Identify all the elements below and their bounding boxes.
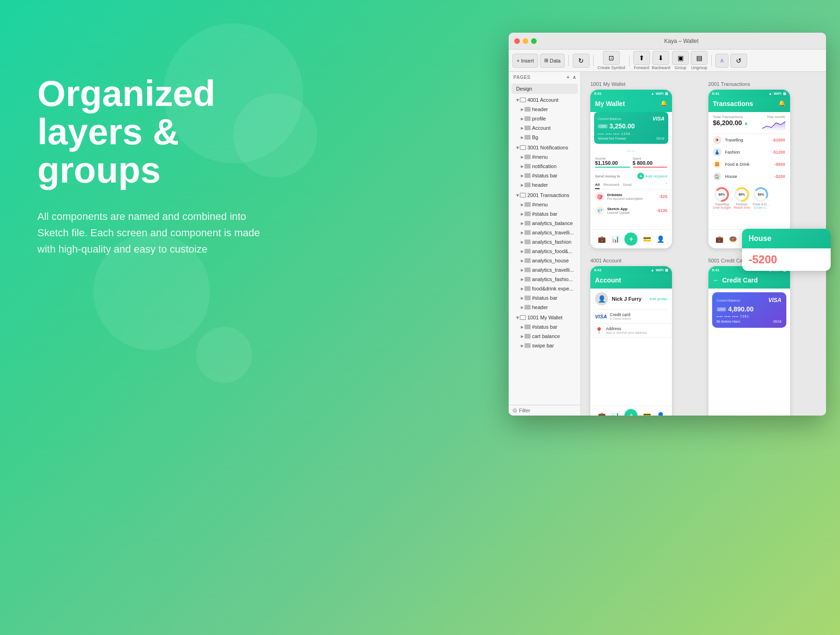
folder-icon [525, 164, 531, 169]
layer-profile[interactable]: ▶ profile [509, 114, 581, 123]
layer-swipe-bar[interactable]: ▶ swipe bar [509, 341, 581, 350]
layer-menu-1[interactable]: ▶ #menu [509, 152, 581, 162]
user-avatar: 👤 [595, 292, 608, 305]
artboard-icon [520, 98, 526, 102]
layer-bg[interactable]: ▶ Bg [509, 133, 581, 142]
card-nav-3[interactable]: 💳 [643, 412, 651, 416]
chevron-icon: ▶ [516, 99, 520, 101]
layer-account[interactable]: ▶ Account [509, 123, 581, 133]
chart-nav-2[interactable]: 🍩 [729, 235, 737, 243]
wallet-nav-icon[interactable]: 💼 [598, 235, 606, 243]
credit-card-detail[interactable]: VISA Credit card 4 Cards linked [590, 310, 672, 324]
folder-icon [525, 343, 531, 348]
chevron-icon: ▶ [521, 259, 524, 263]
bell-icon-txn: 🔔 [778, 100, 785, 106]
window-title: Kaya – Wallet [664, 38, 699, 44]
layer-analytics-travel-2[interactable]: ▶ analytics_travelli... [509, 265, 581, 275]
donut-food: 60% Food & D... Under c... [753, 186, 769, 209]
house-card-amount: -5200 [749, 253, 824, 266]
tab-all[interactable]: All [595, 181, 600, 189]
add-nav-3[interactable]: + [624, 409, 637, 416]
folder-icon [525, 305, 531, 310]
layer-status-bar-4[interactable]: ▶ #status bar [509, 322, 581, 332]
status-icons-txn: ▲WiFi◼ [769, 92, 786, 96]
insert-button[interactable]: + Insert [512, 54, 538, 68]
close-button[interactable] [514, 38, 520, 44]
profile-nav-3[interactable]: 👤 [657, 412, 665, 416]
add-page-button[interactable]: + [567, 75, 569, 80]
layer-cart-balance[interactable]: ▶ cart balance [509, 332, 581, 341]
chart-nav-icon[interactable]: 📊 [611, 235, 619, 243]
folder-icon [525, 249, 531, 254]
month-selector[interactable]: This month [762, 115, 785, 131]
card-pagination: — — [590, 147, 672, 154]
visa-logo-cc: VISA [768, 297, 781, 303]
address-detail[interactable]: 📍 Address Add or remove your address [590, 324, 672, 338]
txn-dribbble-info: Dribbble Pro account subscription [607, 193, 656, 200]
layer-header-3[interactable]: ▶ header [509, 303, 581, 312]
chevron-icon: ▶ [521, 135, 524, 140]
wallet-nav-3[interactable]: 💼 [598, 412, 606, 416]
card-number: •••• •••• •••• 1234 [598, 132, 665, 135]
data-button[interactable]: ⊞ Data [540, 54, 565, 68]
folder-icon [525, 268, 531, 272]
layer-status-bar-2[interactable]: ▶ #status bar [509, 209, 581, 219]
credit-card-display: Current Balance VISA USD 3,250.00 •••• •… [594, 112, 668, 144]
layer-group-4001-header[interactable]: ▶ 4001 Account [509, 95, 581, 105]
rotate-button[interactable]: ↺ [730, 54, 747, 68]
create-symbol-button[interactable]: ⊡ [603, 51, 620, 65]
card-nav-icon[interactable]: 💳 [643, 235, 651, 243]
layer-notification[interactable]: ▶ notification [509, 162, 581, 171]
layer-header-1[interactable]: ▶ header [509, 105, 581, 114]
chevron-icon: ▶ [521, 212, 524, 216]
house-card-header: House [742, 229, 831, 248]
card-holder-name: Ahmad Nur Fowaid [598, 137, 626, 140]
layer-analytics-travel[interactable]: ▶ analytics_travelli... [509, 228, 581, 237]
folder-icon [525, 221, 531, 226]
mini-chart [762, 119, 785, 131]
layer-status-bar-1[interactable]: ▶ #status bar [509, 171, 581, 180]
layer-header-2[interactable]: ▶ header [509, 180, 581, 190]
layer-analytics-fashion-2[interactable]: ▶ analytics_fashio... [509, 275, 581, 284]
tab-received[interactable]: Received [603, 181, 619, 189]
wallet-nav-2[interactable]: 💼 [715, 235, 723, 243]
add-recipient-button[interactable]: + Add recipient [637, 173, 667, 179]
income-bar [595, 167, 630, 168]
layer-group-2001-header[interactable]: ▶ 2001 Transactions [509, 190, 581, 200]
pages-toggle[interactable]: ∧ [573, 75, 576, 80]
food-icon: 🍔 [713, 160, 721, 169]
back-icon[interactable]: ← [713, 276, 720, 284]
backward-button[interactable]: ⬇ [652, 51, 669, 65]
filter-bar[interactable]: ⊙ Filter [509, 405, 581, 416]
layer-group-3001-header[interactable]: ▶ 3001 Notifications [509, 143, 581, 152]
layer-analytics-fashion[interactable]: ▶ analytics_fashion [509, 237, 581, 247]
income-spent-section: Income $1,150.00 Spent $ 800.00 [590, 154, 672, 170]
edit-profile-button[interactable]: Edit profile [650, 297, 667, 301]
bell-icon: 🔔 [660, 100, 667, 106]
layer-analytics-house[interactable]: ▶ analytics_house [509, 256, 581, 265]
folder-icon [525, 107, 531, 112]
pages-header: PAGES + ∧ [509, 72, 581, 83]
group-button[interactable]: ▣ [672, 51, 689, 65]
refresh-button[interactable]: ↻ [573, 54, 589, 68]
layer-menu-2[interactable]: ▶ #menu [509, 200, 581, 209]
forward-button[interactable]: ⬆ [633, 51, 650, 65]
layer-analytics-balance[interactable]: ▶ analytics_balance [509, 219, 581, 228]
credit-card-visual: Current Balance VISA USD 4,890.00 •••• •… [712, 292, 786, 328]
layer-group-1001-header[interactable]: ▶ 1001 My Wallet [509, 313, 581, 322]
page-design[interactable]: Design [511, 84, 578, 94]
ungroup-button[interactable]: ▤ [691, 51, 707, 65]
tab-send[interactable]: Send [623, 181, 632, 189]
chart-nav-3[interactable]: 📊 [611, 412, 619, 416]
view-all-icon: › [666, 181, 667, 189]
minimize-button[interactable] [523, 38, 528, 44]
profile-nav-icon[interactable]: 👤 [657, 235, 665, 243]
layer-analytics-food[interactable]: ▶ analytics_food&... [509, 247, 581, 256]
layer-status-bar-3[interactable]: ▶ #status bar [509, 293, 581, 303]
layer-food-drink[interactable]: ▶ food&drink expe... [509, 284, 581, 293]
add-nav-button[interactable]: + [624, 233, 637, 246]
edit-button[interactable]: A [715, 54, 728, 68]
category-fashion: 👗 Fashion -$1200 [708, 146, 790, 158]
currency-badge: USD [598, 124, 608, 128]
maximize-button[interactable] [531, 38, 537, 44]
